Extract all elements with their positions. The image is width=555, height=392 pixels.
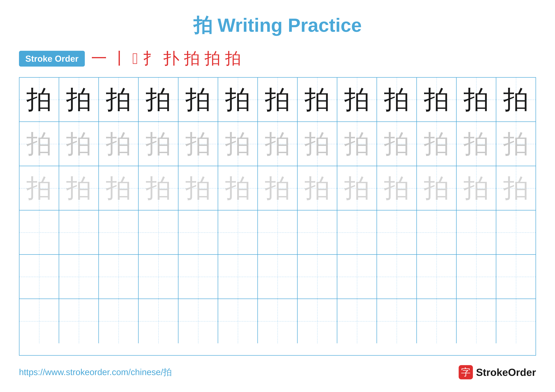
grid-cell-2-6[interactable]: 拍 bbox=[218, 122, 258, 166]
grid-cell-6-13[interactable] bbox=[496, 299, 535, 343]
grid-cell-4-8[interactable] bbox=[298, 210, 337, 254]
grid-cell-1-7[interactable]: 拍 bbox=[258, 78, 298, 121]
grid-cell-3-8[interactable]: 拍 bbox=[298, 166, 337, 210]
grid-cell-6-12[interactable] bbox=[457, 299, 496, 343]
grid-cell-6-2[interactable] bbox=[59, 299, 99, 343]
grid-cell-2-1[interactable]: 拍 bbox=[20, 122, 59, 166]
grid-cell-4-7[interactable] bbox=[258, 210, 298, 254]
grid-cell-3-4[interactable]: 拍 bbox=[139, 166, 178, 210]
grid-cell-5-6[interactable] bbox=[218, 255, 258, 299]
grid-cell-1-6[interactable]: 拍 bbox=[218, 78, 258, 121]
practice-grid: 拍 拍 拍 拍 拍 拍 拍 拍 拍 拍 拍 拍 拍 拍 拍 拍 拍 拍 拍 拍 … bbox=[19, 77, 536, 356]
grid-row-3: 拍 拍 拍 拍 拍 拍 拍 拍 拍 拍 拍 拍 拍 bbox=[20, 166, 535, 210]
grid-cell-1-1[interactable]: 拍 bbox=[20, 78, 59, 121]
grid-cell-1-13[interactable]: 拍 bbox=[496, 78, 535, 121]
grid-cell-6-7[interactable] bbox=[258, 299, 298, 343]
grid-cell-5-13[interactable] bbox=[496, 255, 535, 299]
strokeorder-logo-icon: 字 bbox=[459, 365, 473, 379]
grid-cell-3-7[interactable]: 拍 bbox=[258, 166, 298, 210]
grid-cell-1-5[interactable]: 拍 bbox=[178, 78, 218, 121]
grid-cell-2-11[interactable]: 拍 bbox=[417, 122, 457, 166]
stroke-3: 𠃊 bbox=[132, 50, 138, 68]
stroke-order-badge: Stroke Order bbox=[19, 51, 85, 67]
grid-cell-3-1[interactable]: 拍 bbox=[20, 166, 59, 210]
grid-cell-1-4[interactable]: 拍 bbox=[139, 78, 178, 121]
grid-cell-2-3[interactable]: 拍 bbox=[99, 122, 139, 166]
grid-cell-5-11[interactable] bbox=[417, 255, 457, 299]
grid-cell-2-13[interactable]: 拍 bbox=[496, 122, 535, 166]
grid-cell-2-12[interactable]: 拍 bbox=[457, 122, 496, 166]
grid-cell-4-11[interactable] bbox=[417, 210, 457, 254]
grid-cell-3-3[interactable]: 拍 bbox=[99, 166, 139, 210]
stroke-2: 丨 bbox=[112, 48, 128, 69]
grid-cell-1-10[interactable]: 拍 bbox=[377, 78, 417, 121]
grid-cell-4-12[interactable] bbox=[457, 210, 496, 254]
grid-cell-5-8[interactable] bbox=[298, 255, 337, 299]
footer-logo: 字 StrokeOrder bbox=[459, 365, 536, 379]
grid-cell-6-3[interactable] bbox=[99, 299, 139, 343]
stroke-order-section: Stroke Order 一 丨 𠃊 扌 扑 拍 拍 拍 bbox=[19, 48, 536, 69]
footer: https://www.strokeorder.com/chinese/拍 字 … bbox=[19, 365, 536, 379]
grid-cell-6-11[interactable] bbox=[417, 299, 457, 343]
grid-cell-5-4[interactable] bbox=[139, 255, 178, 299]
grid-cell-4-9[interactable] bbox=[337, 210, 377, 254]
grid-cell-5-9[interactable] bbox=[337, 255, 377, 299]
grid-cell-3-11[interactable]: 拍 bbox=[417, 166, 457, 210]
footer-logo-text: StrokeOrder bbox=[476, 366, 536, 378]
grid-cell-4-3[interactable] bbox=[99, 210, 139, 254]
grid-cell-4-4[interactable] bbox=[139, 210, 178, 254]
grid-cell-2-2[interactable]: 拍 bbox=[59, 122, 99, 166]
grid-cell-5-2[interactable] bbox=[59, 255, 99, 299]
stroke-6: 拍 bbox=[184, 48, 200, 69]
grid-row-4 bbox=[20, 210, 535, 255]
grid-cell-4-5[interactable] bbox=[178, 210, 218, 254]
grid-cell-3-10[interactable]: 拍 bbox=[377, 166, 417, 210]
grid-cell-2-5[interactable]: 拍 bbox=[178, 122, 218, 166]
stroke-7: 拍 bbox=[204, 48, 220, 69]
grid-cell-4-1[interactable] bbox=[20, 210, 59, 254]
grid-row-5 bbox=[20, 255, 535, 299]
grid-cell-5-10[interactable] bbox=[377, 255, 417, 299]
grid-cell-1-12[interactable]: 拍 bbox=[457, 78, 496, 121]
grid-cell-2-4[interactable]: 拍 bbox=[139, 122, 178, 166]
grid-cell-3-13[interactable]: 拍 bbox=[496, 166, 535, 210]
grid-cell-2-10[interactable]: 拍 bbox=[377, 122, 417, 166]
page-title: 拍 Writing Practice bbox=[19, 13, 536, 38]
page: 拍 Writing Practice Stroke Order 一 丨 𠃊 扌 … bbox=[0, 0, 555, 392]
grid-cell-6-9[interactable] bbox=[337, 299, 377, 343]
grid-cell-1-9[interactable]: 拍 bbox=[337, 78, 377, 121]
grid-cell-6-4[interactable] bbox=[139, 299, 178, 343]
grid-cell-4-13[interactable] bbox=[496, 210, 535, 254]
grid-cell-6-5[interactable] bbox=[178, 299, 218, 343]
grid-cell-1-3[interactable]: 拍 bbox=[99, 78, 139, 121]
grid-cell-2-7[interactable]: 拍 bbox=[258, 122, 298, 166]
grid-cell-1-8[interactable]: 拍 bbox=[298, 78, 337, 121]
grid-cell-4-6[interactable] bbox=[218, 210, 258, 254]
grid-cell-6-8[interactable] bbox=[298, 299, 337, 343]
grid-cell-4-10[interactable] bbox=[377, 210, 417, 254]
grid-cell-3-9[interactable]: 拍 bbox=[337, 166, 377, 210]
grid-cell-1-2[interactable]: 拍 bbox=[59, 78, 99, 121]
stroke-4: 扌 bbox=[143, 48, 159, 69]
grid-cell-5-1[interactable] bbox=[20, 255, 59, 299]
grid-cell-2-8[interactable]: 拍 bbox=[298, 122, 337, 166]
grid-cell-6-10[interactable] bbox=[377, 299, 417, 343]
grid-cell-5-3[interactable] bbox=[99, 255, 139, 299]
grid-row-1: 拍 拍 拍 拍 拍 拍 拍 拍 拍 拍 拍 拍 拍 bbox=[20, 78, 535, 122]
grid-cell-5-5[interactable] bbox=[178, 255, 218, 299]
grid-cell-4-2[interactable] bbox=[59, 210, 99, 254]
grid-cell-5-7[interactable] bbox=[258, 255, 298, 299]
grid-cell-3-12[interactable]: 拍 bbox=[457, 166, 496, 210]
grid-cell-3-5[interactable]: 拍 bbox=[178, 166, 218, 210]
stroke-1: 一 bbox=[91, 48, 107, 69]
grid-cell-2-9[interactable]: 拍 bbox=[337, 122, 377, 166]
grid-row-2: 拍 拍 拍 拍 拍 拍 拍 拍 拍 拍 拍 拍 拍 bbox=[20, 122, 535, 166]
grid-cell-6-1[interactable] bbox=[20, 299, 59, 343]
grid-cell-1-11[interactable]: 拍 bbox=[417, 78, 457, 121]
grid-cell-3-2[interactable]: 拍 bbox=[59, 166, 99, 210]
footer-url[interactable]: https://www.strokeorder.com/chinese/拍 bbox=[19, 366, 172, 378]
grid-cell-5-12[interactable] bbox=[457, 255, 496, 299]
stroke-sequence: 一 丨 𠃊 扌 扑 拍 拍 拍 bbox=[91, 48, 241, 69]
grid-cell-3-6[interactable]: 拍 bbox=[218, 166, 258, 210]
grid-cell-6-6[interactable] bbox=[218, 299, 258, 343]
